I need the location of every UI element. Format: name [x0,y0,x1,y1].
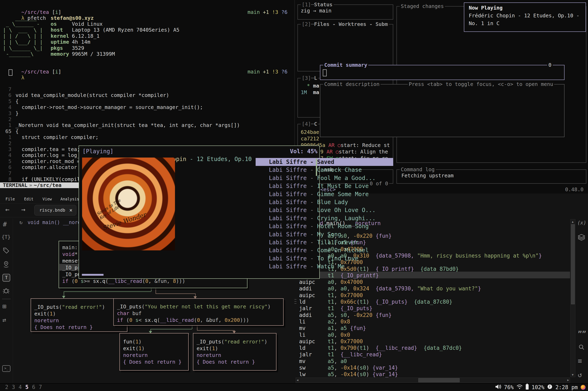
scroll-left-icon[interactable]: ◀ [297,378,298,382]
horizontal-scroll-thumb[interactable] [418,378,460,382]
commit-row[interactable]: 624bae [301,129,319,135]
back-icon[interactable]: ← [5,205,9,213]
asm-operands[interactable]: t1, 0x66c(t1) {_IO_puts} {data_87c80} [328,298,453,305]
commit-description-popup[interactable]: Commit description Press <tab> to toggle… [320,84,565,137]
log-list-icon[interactable]: ≡ [578,357,582,365]
workspace-3[interactable]: 3 [12,384,18,390]
refresh-icon[interactable]: ↻ [19,219,23,225]
asm-mnemonic[interactable]: mv [299,325,305,331]
asm-mnemonic[interactable]: addi [299,285,312,292]
menu-view[interactable]: View [42,197,52,201]
track-row[interactable]: Labi Siffre - Hotel Room Song [256,222,393,230]
now-playing-notification[interactable]: Now Playing Frédéric Chopin - 12 Etudes,… [464,2,586,32]
lazygit-status-panel[interactable]: [1]─Status zig → main [297,4,393,20]
track-row[interactable]: Labi Siffre - Cannock Chase [256,166,393,174]
track-row[interactable]: Labi Siffre - My Song [256,230,393,238]
stack-layers-icon[interactable] [578,234,585,242]
asm-mnemonic[interactable]: ld [299,345,305,351]
track-row[interactable]: Labi Siffre - Crying, Laughi... [256,214,393,222]
asm-mnemonic[interactable]: mv [299,358,305,365]
menu-analysis[interactable]: Analysis [60,197,79,201]
asm-operands[interactable]: a5, -0x14(s0) {var_14} [328,371,398,378]
horizontal-scrollbar[interactable]: ◀ ▶ [296,378,570,383]
scroll-up-icon[interactable]: ▲ [571,220,575,223]
asm-operands[interactable]: t1, 0x77000 [328,292,363,298]
workspace-2[interactable]: 2 [5,384,12,390]
workspace-6[interactable]: 6 [32,384,39,390]
track-row[interactable]: Labi Siffre - Gimme Some More [256,190,393,198]
asm-mnemonic[interactable]: addi [299,312,312,318]
asm-mnemonic[interactable]: sw [299,365,305,371]
workspace-7[interactable]: 7 [39,384,46,390]
node-code-line: void* [62,251,78,258]
asm-operands[interactable]: a0, 0x47000 [328,279,363,285]
asm-operands[interactable]: a5, -0x14(s0) {var_14} [328,365,398,371]
graph-edge-arrow [62,296,65,298]
music-player-window[interactable]: [Playing] opin - 12 Etudes, Op.10 - Vol:… [79,145,320,279]
forward-icon[interactable]: → [21,205,25,213]
graph-node-riscy[interactable]: _IO_puts("You better not let this get mo… [113,298,284,326]
tab-riscy-bndb[interactable]: riscy.bndb × [34,205,76,215]
asm-mnemonic[interactable]: auipc [299,292,315,298]
asm-operands[interactable]: t1, 0x77000 [328,338,363,345]
asm-mnemonic[interactable]: li [299,318,305,325]
asm-operands[interactable]: t1 {_IO_printf} [328,272,379,279]
asm-operands[interactable]: t1 {__libc_read} [328,351,382,358]
search-icon[interactable] [578,344,585,351]
tray-app-icon[interactable] [581,385,586,390]
asm-operands[interactable]: a5, s0, -0x220 {fun} [328,312,392,318]
asm-operands[interactable]: a1, a5 {fun} [328,325,366,331]
workspace-5[interactable]: 5 [25,384,32,390]
volume-icon[interactable] [495,384,501,391]
close-icon[interactable]: × [69,205,73,215]
asm-operands[interactable]: a0, a0, 0x324 {data_57930, "What do you … [328,285,481,292]
asm-mnemonic[interactable]: ld [299,298,305,305]
asm-mnemonic[interactable]: lw [299,371,305,378]
track-row[interactable]: Labi Siffre - Blue Lady [256,198,393,206]
graph-node-err2[interactable]: _IO_puts("read error!")exit(1)noreturn{ … [193,333,276,371]
wifi-icon[interactable] [517,384,523,391]
workspace-switcher[interactable]: 234567 [5,384,46,390]
commit-row[interactable]: ca7212 [301,136,319,142]
album-title-script: Songs In The Key of Life [96,196,127,221]
asm-operands[interactable]: t1 {_IO_puts} [328,305,372,312]
graph-node-err1[interactable]: _IO_puts("read error!")exit(1)noreturn{ … [31,298,127,332]
menu-edit[interactable]: Edit [24,197,33,201]
branch-row[interactable]: 1M ma [301,89,319,95]
track-row[interactable]: Labi Siffre - Saved [256,158,393,166]
history-icon[interactable]: ↺ [578,371,582,379]
track-row[interactable]: Labi Siffre - Fool Me a Good... [256,174,393,182]
asm-operands[interactable]: a0, 0x0 [328,332,350,338]
playlist-scroll-thumb[interactable] [316,158,317,176]
asm-operands[interactable]: a2, 0x8 [328,318,350,325]
commit-summary-popup[interactable]: Commit summary 0 [320,65,565,80]
track-row[interactable]: Labi Siffre - To Find Love [256,255,393,262]
track-row[interactable]: Labi Siffre - Love Oh Love O... [256,206,393,214]
scroll-down-icon[interactable]: ▼ [571,373,575,377]
menu-file[interactable]: File [5,197,15,201]
asm-operands[interactable]: t1, 0x790(t1) {__libc_read} {data_87dc0} [328,345,462,351]
workspace-4[interactable]: 4 [18,384,25,390]
graph-node-fun[interactable]: fun(1)exit(1)noreturn{ Does not return } [119,333,189,371]
track-row[interactable]: Labi Siffre - Come On Michael [256,246,393,254]
node-code-line: exit(1) [123,345,144,352]
commit-row[interactable]: 9 AR ○start: Align the [320,149,388,155]
asm-mnemonic[interactable]: jalr [299,351,312,358]
playback-progress[interactable] [82,274,104,276]
cross-references-icon[interactable]: (x) [577,220,586,226]
strings-list-icon[interactable]: ”” [578,330,586,338]
current-function[interactable]: void main() __nore [27,220,81,225]
asm-mnemonic[interactable]: auipc [299,279,315,285]
vertical-scroll-thumb[interactable] [571,224,575,304]
node-code-line: { Does not return } [34,324,93,331]
track-row[interactable]: Labi Siffre - Till Forever [256,238,393,246]
asm-operands[interactable]: a5, a0 [328,358,347,365]
asm-mnemonic[interactable]: jalr [299,305,312,312]
track-row[interactable]: Labi Siffre - Watch Me [256,262,393,270]
track-row[interactable]: Labi Siffre - It Must Be Love [256,182,393,190]
vertical-scrollbar[interactable]: ▲ ▼ [571,219,575,377]
scroll-right-icon[interactable]: ▶ [567,378,569,382]
branch-row[interactable]: * ma [301,83,319,89]
asm-mnemonic[interactable]: auipc [299,338,315,345]
asm-mnemonic[interactable]: li [299,332,305,338]
